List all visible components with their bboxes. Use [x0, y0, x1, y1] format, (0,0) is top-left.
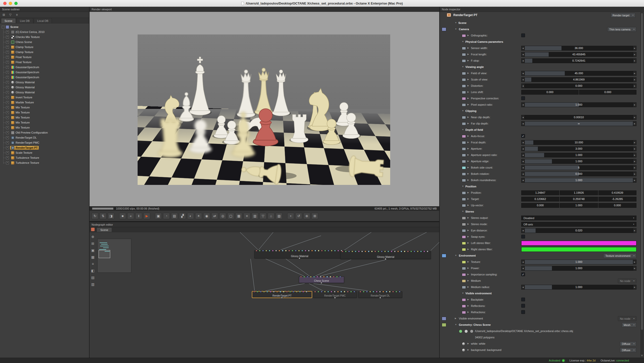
align-icon[interactable]: ≡ [90, 262, 95, 266]
checkbox-reflections[interactable] [521, 304, 525, 308]
decrement-icon[interactable]: ◀ [521, 178, 525, 183]
decrement-icon[interactable]: ◀ [521, 102, 525, 107]
node-rendertarget-pt[interactable]: RenderTarget PT [252, 291, 312, 298]
expander-icon[interactable]: ▶ [467, 53, 469, 55]
expander-icon[interactable]: ▼ [462, 66, 464, 68]
expander-icon[interactable]: ▶ [467, 261, 469, 263]
expand-icon[interactable]: + [6, 86, 9, 89]
tree-item-gaussianspectrum[interactable]: +GaussianSpectrum [0, 70, 89, 75]
outliner-tab-scene[interactable]: Scene [1, 18, 16, 23]
dropdown-stereo-output[interactable]: Disabled▾ [521, 216, 636, 220]
increment-icon[interactable]: ▶ [633, 140, 636, 145]
expander-icon[interactable]: ▼ [455, 324, 457, 326]
tree-item-chess-scene[interactable]: +Chess Scene [0, 39, 89, 45]
expander-icon[interactable]: ▶ [467, 217, 469, 219]
value-field[interactable]: 0.000 [579, 90, 636, 95]
expand-icon[interactable]: + [6, 56, 9, 59]
geometry-type-dropdown[interactable]: Mesh▾ [622, 322, 636, 327]
inspector-scrollbar[interactable]: ▼ [640, 12, 643, 357]
file-icon[interactable] [470, 330, 473, 333]
expand-icon[interactable]: + [6, 101, 9, 104]
increment-icon[interactable]: ▶ [633, 146, 636, 151]
nodegraph-canvas[interactable]: ⊕⊞▣▦≡◧▤▥ Glossy MaterialGlossy MaterialC… [90, 232, 439, 358]
expander-icon[interactable]: ▶ [467, 160, 469, 162]
increment-icon[interactable]: ▶ [633, 165, 636, 170]
slider-eye-distance[interactable]: ◀0.020▶ [521, 228, 636, 233]
expander-icon[interactable]: ▼ [462, 110, 464, 112]
material-type-dropdown[interactable]: Diffuse▾ [620, 348, 636, 352]
expand-icon[interactable]: + [6, 106, 9, 109]
slider-focal-length[interactable]: ◀43.455845▶ [521, 52, 636, 57]
expander-icon[interactable]: ▶ [467, 223, 469, 225]
decrement-icon[interactable]: ◀ [521, 115, 525, 120]
expander-icon[interactable]: ▶ [467, 166, 469, 169]
value-field[interactable]: 0.120662 [521, 197, 559, 201]
expand-icon[interactable]: + [6, 41, 9, 44]
increment-icon[interactable]: ▶ [633, 266, 636, 271]
render-history-icon[interactable]: ◔ [163, 213, 170, 219]
increment-icon[interactable]: ▶ [633, 77, 636, 82]
mesh-icon[interactable] [459, 330, 462, 333]
expand-icon[interactable]: + [6, 36, 9, 38]
expand-icon[interactable]: + [6, 96, 9, 99]
node-pins[interactable] [314, 291, 355, 293]
tree-item-rendertarget-pt[interactable]: +RenderTarget PT [0, 145, 89, 150]
expander-icon[interactable]: ▶ [467, 59, 469, 62]
decrement-icon[interactable]: ◀ [521, 140, 525, 145]
tree-item-checks-mix-texture[interactable]: +Checks Mix Texture [0, 34, 89, 39]
expand-icon[interactable]: + [6, 156, 9, 159]
tree-item-rendertarget-pmc[interactable]: +RenderTarget PMC [0, 140, 89, 145]
expander-icon[interactable]: ▶ [467, 242, 469, 244]
tree-item-scale-texture[interactable]: +Scale Texture [0, 150, 89, 155]
slider-sensor-width[interactable]: ◀36.000▶ [521, 46, 636, 51]
film-settings-icon[interactable]: ▤ [171, 213, 178, 219]
minimap-viewbox[interactable] [99, 250, 110, 258]
dropdown-stereo-mode[interactable]: Off-axis▾ [521, 222, 636, 227]
decrement-icon[interactable]: ◀ [521, 260, 525, 264]
decrement-icon[interactable]: ◀ [521, 52, 525, 57]
increment-icon[interactable]: ▶ [633, 84, 636, 88]
zoom-button[interactable] [14, 2, 18, 5]
expander-icon[interactable]: ▼ [455, 28, 457, 30]
slider-medium-radius[interactable]: ◀1.000▶ [521, 285, 636, 290]
expand-all-icon[interactable]: ⊞ [2, 13, 6, 17]
expander-icon[interactable]: ▼ [455, 254, 457, 257]
expand-icon[interactable]: + [6, 146, 9, 149]
slider-aperture-edge[interactable]: ◀1.000▶ [521, 159, 636, 164]
node-output-pin[interactable] [320, 282, 322, 284]
decrement-icon[interactable]: ◀ [521, 285, 525, 290]
color-swatch-right-stereo-filter[interactable] [521, 247, 636, 252]
slider-focal-depth[interactable]: ◀10.000▶ [521, 140, 636, 145]
value-field[interactable]: -5.26285 [598, 197, 636, 201]
increment-icon[interactable]: ▶ [633, 172, 636, 176]
decrement-icon[interactable]: ◀ [521, 58, 525, 63]
nodegraph-tab-scene[interactable]: Scene [97, 227, 112, 232]
expander-icon[interactable]: ▶ [467, 279, 469, 282]
node-output-pin[interactable] [281, 297, 283, 299]
tree-item-mix-texture[interactable]: +Mix Texture [0, 110, 89, 115]
reset-view-icon[interactable]: ↺ [295, 213, 302, 219]
tree-item-mix-texture[interactable]: +Mix Texture [0, 115, 89, 120]
node-glossy-material[interactable]: Glossy Material [340, 251, 431, 259]
node-pins[interactable] [256, 250, 342, 252]
collapse-icon[interactable]: − [2, 26, 5, 28]
value-field[interactable]: 0.000 [521, 203, 559, 208]
value-field[interactable]: 0.259748 [560, 197, 598, 201]
expand-icon[interactable]: + [6, 126, 9, 129]
decrement-icon[interactable]: ◀ [521, 172, 525, 176]
restart-icon[interactable]: « [127, 213, 134, 219]
value-field[interactable]: 0.000 [598, 203, 636, 208]
slider-field-of-view[interactable]: ◀45.000▶ [521, 71, 636, 76]
environment-type-dropdown[interactable]: Texture environment▾ [603, 253, 636, 258]
expander-icon[interactable]: ▶ [467, 103, 469, 106]
expander-icon[interactable]: ▶ [467, 198, 469, 200]
expander-icon[interactable]: ▼ [462, 129, 464, 131]
expand-icon[interactable]: + [6, 136, 9, 139]
expander-icon[interactable]: ▶ [467, 91, 469, 93]
background-toggle-icon[interactable]: ▧ [276, 213, 283, 219]
decrement-icon[interactable]: ◀ [521, 121, 525, 126]
tree-item-float-texture[interactable]: +Float Texture [0, 60, 89, 65]
slider-bokeh-side-count[interactable]: ◀6▶ [521, 165, 636, 170]
fit-view-icon[interactable]: ▣ [90, 248, 95, 252]
slider-power[interactable]: ◀1.000▶ [521, 266, 636, 271]
